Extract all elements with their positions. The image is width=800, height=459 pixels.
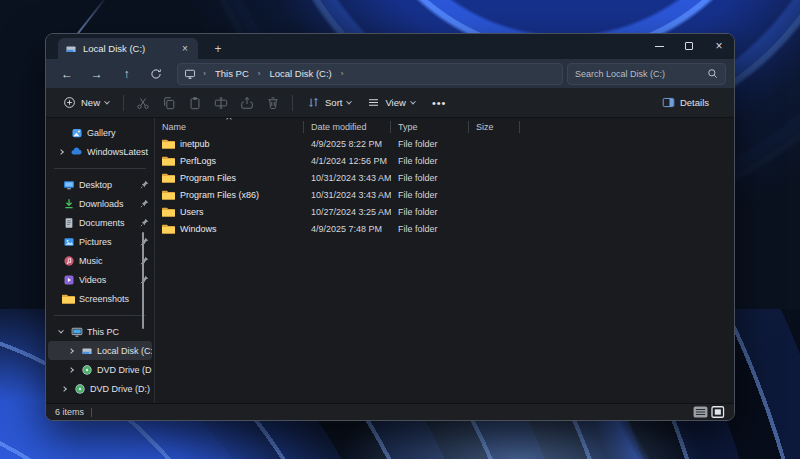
status-bar: 6 items [46,403,734,420]
chevron-right-icon[interactable] [61,386,67,392]
sort-label: Sort [325,97,342,108]
delete-button[interactable] [261,92,285,114]
up-button[interactable]: ↑ [114,63,140,85]
new-button[interactable]: New [56,92,116,113]
see-more-button[interactable]: ••• [424,97,455,109]
chevron-right-icon[interactable] [68,348,74,354]
maximize-button[interactable] [674,34,704,58]
refresh-button[interactable] [143,63,169,85]
documents-icon [62,216,75,229]
sidebar-item-dvd-drive-d-2[interactable]: DVD Drive (D:) C [48,379,152,398]
file-name: Windows [180,224,217,234]
chevron-down-icon [104,98,110,104]
thumbnails-view-button[interactable] [711,406,725,418]
videos-icon [62,273,75,286]
new-label: New [81,97,100,108]
sidebar-item-windowslatest[interactable]: WindowsLatest [48,142,152,161]
sidebar-item-dvd-drive-d[interactable]: DVD Drive (D:) [48,360,152,379]
minimize-button[interactable] [644,34,674,58]
breadcrumb-this-pc[interactable]: This PC [213,68,251,79]
file-row-program-files[interactable]: Program Files 10/31/2024 3:43 AM File fo… [155,169,734,186]
sidebar-item-label: Music [79,256,136,266]
sidebar-item-label: Documents [79,218,136,228]
file-list-pane: Name Date modified Type Size inetpub 4/9… [155,118,734,403]
item-count: 6 items [55,407,84,417]
sidebar-item-screenshots[interactable]: Screenshots [48,289,152,308]
copy-button[interactable] [157,92,181,114]
file-name: Program Files (x86) [180,190,259,200]
sidebar-item-documents[interactable]: Documents [48,213,152,232]
column-header-size[interactable]: Size [469,121,520,133]
sidebar-item-this-pc[interactable]: This PC [48,322,152,341]
local-disk-icon [80,344,93,357]
details-view-button[interactable] [693,406,708,418]
forward-button[interactable]: → [84,63,110,85]
sidebar-item-label: DVD Drive (D:) [97,365,152,375]
sidebar-item-label: Gallery [87,128,152,138]
file-row-users[interactable]: Users 10/27/2024 3:25 AM File folder [155,203,734,220]
search-placeholder: Search Local Disk (C:) [575,69,707,79]
view-button[interactable]: View [360,92,421,113]
view-toggles [693,406,725,418]
share-button[interactable] [235,92,259,114]
sidebar-item-label: Pictures [79,237,136,247]
column-header-date-modified[interactable]: Date modified [304,121,391,133]
file-row-perflogs[interactable]: PerfLogs 4/1/2024 12:56 PM File folder [155,152,734,169]
new-icon [63,96,76,109]
close-button[interactable]: × [704,34,734,58]
desktop: Local Disk (C:) × + × ← → ↑ › This PC › [0,0,800,459]
chevron-down-icon[interactable] [58,327,64,333]
rename-button[interactable] [209,92,233,114]
sidebar-item-label: WindowsLatest [87,147,152,157]
file-type: File folder [391,173,469,183]
breadcrumb-local-disk[interactable]: Local Disk (C:) [267,68,333,79]
search-box[interactable]: Search Local Disk (C:) [567,63,726,85]
sort-button[interactable]: Sort [300,92,358,113]
file-explorer-window: Local Disk (C:) × + × ← → ↑ › This PC › [45,33,735,421]
new-tab-button[interactable]: + [208,39,228,59]
column-header-type[interactable]: Type [391,121,469,133]
file-row-program-files-x86[interactable]: Program Files (x86) 10/31/2024 3:43 AM F… [155,186,734,203]
titlebar[interactable]: Local Disk (C:) × + × [46,34,734,59]
chevron-down-icon [347,98,353,104]
folder-icon [162,188,175,201]
share-icon [240,96,254,110]
refresh-icon [150,68,162,80]
sidebar-item-local-disk-c[interactable]: Local Disk (C:) [48,341,152,360]
back-button[interactable]: ← [54,63,80,85]
this-pc-icon [184,68,196,80]
toolbar-divider [123,95,124,111]
tab-close-button[interactable]: × [178,42,192,56]
file-row-inetpub[interactable]: inetpub 4/9/2025 8:22 PM File folder [155,135,734,152]
chevron-right-icon[interactable] [58,149,64,155]
sidebar-item-pictures[interactable]: Pictures [48,232,152,251]
breadcrumb-chevron-icon: › [338,69,347,78]
folder-icon [162,205,175,218]
file-type: File folder [391,224,469,234]
sidebar-scrollbar[interactable] [142,232,144,329]
details-pane-button[interactable]: Details [655,92,716,113]
explorer-tab[interactable]: Local Disk (C:) × [58,38,198,59]
sidebar-item-gallery[interactable]: Gallery [48,123,152,142]
paste-button[interactable] [183,92,207,114]
file-type: File folder [391,139,469,149]
this-pc-icon [70,325,83,338]
copy-icon [162,96,176,110]
breadcrumb-chevron-icon: › [200,69,209,78]
sidebar-item-desktop[interactable]: Desktop [48,175,152,194]
pictures-icon [62,235,75,248]
search-icon [707,68,718,79]
file-row-windows[interactable]: Windows 4/9/2025 7:48 PM File folder [155,220,734,237]
chevron-right-icon[interactable] [68,367,74,373]
sidebar-item-videos[interactable]: Videos [48,270,152,289]
column-header-name[interactable]: Name [155,121,304,133]
sidebar-item-downloads[interactable]: Downloads [48,194,152,213]
sidebar-item-label: Local Disk (C:) [97,346,152,356]
explorer-body: Gallery WindowsLatest Desktop [46,118,734,403]
sidebar-item-music[interactable]: Music [48,251,152,270]
breadcrumb-chevron-icon: › [255,69,264,78]
cut-button[interactable] [131,92,155,114]
sidebar-item-label: DVD Drive (D:) C [90,384,152,394]
address-bar[interactable]: › This PC › Local Disk (C:) › [177,63,563,85]
music-icon [62,254,75,267]
